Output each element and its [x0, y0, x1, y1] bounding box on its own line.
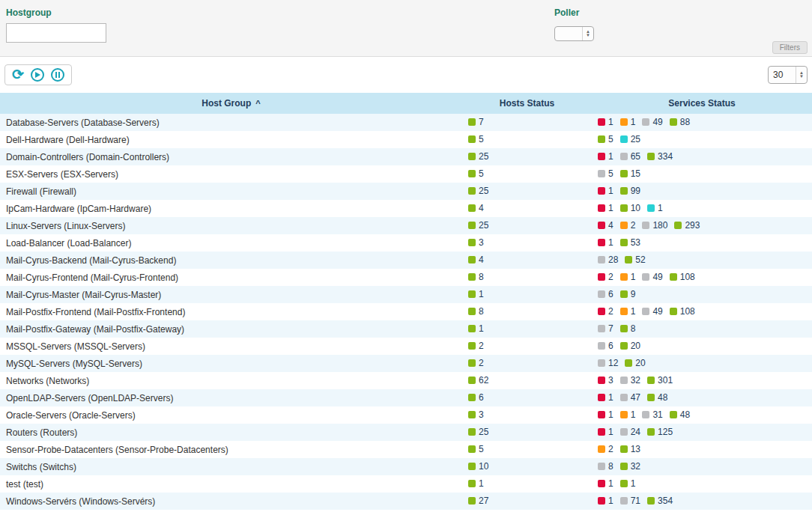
host-group-name[interactable]: Mail-Postfix-Frontend (Mail-Postfix-Fron…: [0, 303, 462, 320]
host-group-name[interactable]: Dell-Hardware (Dell-Hardware): [0, 131, 462, 148]
column-header-services-status[interactable]: Services Status: [592, 93, 812, 114]
status-count: 20: [635, 358, 645, 368]
ok-square-icon: [468, 170, 476, 177]
unknown-square-icon: [620, 377, 628, 384]
page-size-select[interactable]: 30 ▲▼: [768, 66, 808, 84]
refresh-icon[interactable]: ⟳: [12, 68, 24, 82]
ok-square-icon: [620, 239, 628, 246]
status-badge-ok: 13: [620, 444, 640, 454]
column-header-host-group[interactable]: Host Group^: [0, 93, 462, 114]
hosts-status-cell: 1: [462, 286, 592, 303]
unknown-square-icon: [598, 290, 605, 298]
host-group-name[interactable]: Oracle-Servers (Oracle-Servers): [0, 406, 462, 424]
status-count: 1: [658, 203, 663, 213]
host-group-name[interactable]: Mail-Postfix-Gateway (Mail-Postfix-Gatew…: [0, 320, 462, 338]
ok-square-icon: [468, 411, 476, 418]
ok-square-icon: [468, 377, 476, 384]
host-group-name[interactable]: OpenLDAP-Servers (OpenLDAP-Servers): [0, 389, 462, 406]
status-count: 3: [608, 375, 613, 385]
table-row: Dell-Hardware (Dell-Hardware)5525: [0, 131, 812, 148]
status-badge-unknown: 6: [598, 289, 613, 299]
host-group-name[interactable]: ESX-Servers (ESX-Servers): [0, 165, 462, 183]
status-count: 2: [631, 220, 636, 231]
status-badge-unknown: 12: [598, 358, 618, 368]
status-badge-ok: 301: [647, 375, 673, 385]
host-group-name[interactable]: MySQL-Servers (MySQL-Servers): [0, 355, 462, 372]
hosts-status-cell: 6: [462, 389, 592, 406]
status-badge-ok: 52: [625, 255, 645, 265]
status-badge-unknown: 71: [620, 496, 640, 506]
column-header-hosts-status[interactable]: Hosts Status: [462, 93, 592, 114]
hostgroup-label: Hostgroup: [6, 7, 106, 18]
host-group-name[interactable]: Switchs (Switchs): [0, 458, 462, 475]
status-count: 25: [479, 427, 488, 437]
host-group-name[interactable]: Windows-Servérs (Windows-Servérs): [0, 493, 462, 510]
status-badge-ok: 1: [468, 289, 484, 299]
status-badge-warning: 1: [620, 117, 636, 127]
critical-square-icon: [598, 204, 605, 212]
ok-square-icon: [468, 222, 476, 229]
status-count: 108: [680, 306, 695, 317]
status-badge-ok: 2: [468, 358, 484, 368]
host-group-name[interactable]: IpCam-Hardware (IpCam-Hardware): [0, 200, 462, 217]
critical-square-icon: [598, 377, 605, 384]
table-row: test (test)111: [0, 475, 812, 493]
status-badge-critical: 1: [598, 496, 613, 506]
host-group-name[interactable]: Mail-Cyrus-Frontend (Mail-Cyrus-Frontend…: [0, 269, 462, 286]
hosts-status-cell: 62: [462, 372, 592, 389]
ok-square-icon: [670, 308, 677, 315]
status-count: 1: [631, 306, 636, 317]
status-count: 25: [479, 220, 488, 231]
status-badge-warning: 1: [620, 306, 636, 317]
status-badge-ok: 1: [468, 478, 484, 489]
hostgroup-input[interactable]: [6, 23, 106, 43]
host-group-name[interactable]: Mail-Cyrus-Backend (Mail-Cyrus-Backend): [0, 252, 462, 269]
status-count: 2: [479, 341, 484, 351]
status-badge-unknown: 5: [598, 168, 613, 179]
pending-square-icon: [620, 135, 628, 143]
status-count: 48: [658, 392, 667, 403]
host-group-name[interactable]: test (test): [0, 475, 462, 493]
table-row: Mail-Cyrus-Frontend (Mail-Cyrus-Frontend…: [0, 269, 812, 286]
unknown-square-icon: [598, 463, 605, 470]
status-badge-ok: 99: [620, 186, 640, 196]
warning-square-icon: [620, 308, 628, 315]
host-group-name[interactable]: MSSQL-Servers (MSSQL-Servers): [0, 338, 462, 355]
services-status-cell: 525: [592, 131, 812, 148]
ok-square-icon: [468, 308, 476, 315]
host-group-name[interactable]: Linux-Servers (Linux-Servers): [0, 217, 462, 234]
ok-square-icon: [468, 359, 476, 367]
poller-select[interactable]: ▲▼: [554, 26, 594, 41]
host-group-name[interactable]: Database-Servers (Database-Servers): [0, 114, 462, 131]
services-status-cell: 2852: [592, 252, 812, 269]
play-icon[interactable]: [31, 68, 44, 82]
status-count: 334: [658, 151, 673, 162]
status-badge-pending: 25: [620, 134, 640, 144]
status-count: 3: [479, 409, 484, 420]
pause-icon[interactable]: [51, 68, 64, 82]
host-group-name[interactable]: Routers (Routers): [0, 424, 462, 441]
status-badge-ok: 354: [647, 496, 673, 506]
ok-square-icon: [468, 239, 476, 246]
host-group-name[interactable]: Load-Balancer (Load-Balancer): [0, 234, 462, 252]
select-stepper-icon: ▲▼: [796, 67, 807, 83]
select-stepper-icon: ▲▼: [582, 27, 593, 40]
status-badge-ok: 2: [468, 341, 484, 351]
host-group-name[interactable]: Networks (Networks): [0, 372, 462, 389]
host-group-name[interactable]: Domain-Controllers (Domain-Controllers): [0, 148, 462, 165]
critical-square-icon: [598, 153, 605, 160]
status-badge-ok: 5: [468, 168, 484, 179]
host-group-name[interactable]: Firewall (Firewall): [0, 183, 462, 200]
filters-button[interactable]: Filters: [772, 41, 808, 54]
status-count: 1: [608, 409, 613, 420]
status-badge-unknown: 6: [598, 341, 613, 351]
table-row: Mail-Cyrus-Backend (Mail-Cyrus-Backend)4…: [0, 252, 812, 269]
host-group-name[interactable]: Sensor-Probe-Datacenters (Sensor-Probe-D…: [0, 441, 462, 458]
services-status-cell: 11: [592, 475, 812, 493]
host-group-name[interactable]: Mail-Cyrus-Master (Mail-Cyrus-Master): [0, 286, 462, 303]
ok-square-icon: [468, 480, 476, 487]
status-count: 5: [479, 134, 484, 144]
status-badge-ok: 5: [468, 134, 484, 144]
ok-square-icon: [647, 377, 655, 384]
status-count: 1: [608, 427, 613, 437]
